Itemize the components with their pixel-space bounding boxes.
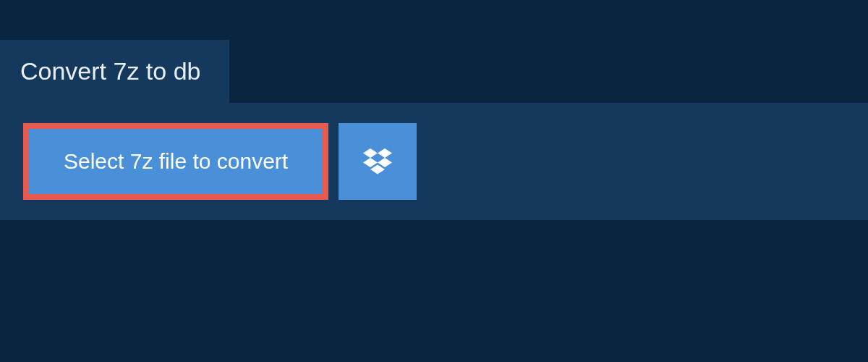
select-file-label: Select 7z file to convert <box>64 149 288 174</box>
dropbox-icon <box>363 148 392 174</box>
tab-header: Convert 7z to db <box>0 40 229 103</box>
dropbox-button[interactable] <box>339 123 417 200</box>
select-file-button[interactable]: Select 7z file to convert <box>23 123 328 200</box>
page-title: Convert 7z to db <box>20 57 200 85</box>
button-row: Select 7z file to convert <box>23 123 845 200</box>
content-panel: Select 7z file to convert <box>0 103 868 220</box>
